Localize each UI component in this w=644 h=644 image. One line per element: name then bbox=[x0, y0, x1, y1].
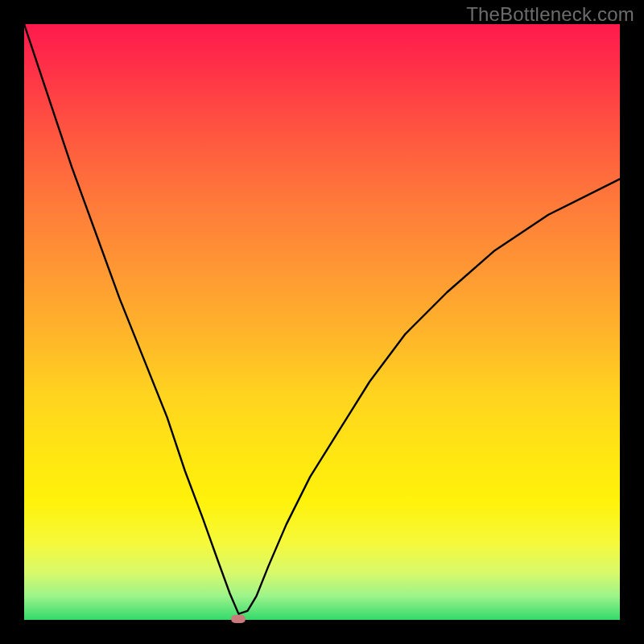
bottleneck-curve bbox=[24, 24, 620, 614]
watermark-text: TheBottleneck.com bbox=[466, 3, 634, 26]
minimum-marker bbox=[231, 615, 246, 623]
chart-curve-layer bbox=[24, 24, 620, 620]
chart-frame: TheBottleneck.com bbox=[0, 0, 644, 644]
